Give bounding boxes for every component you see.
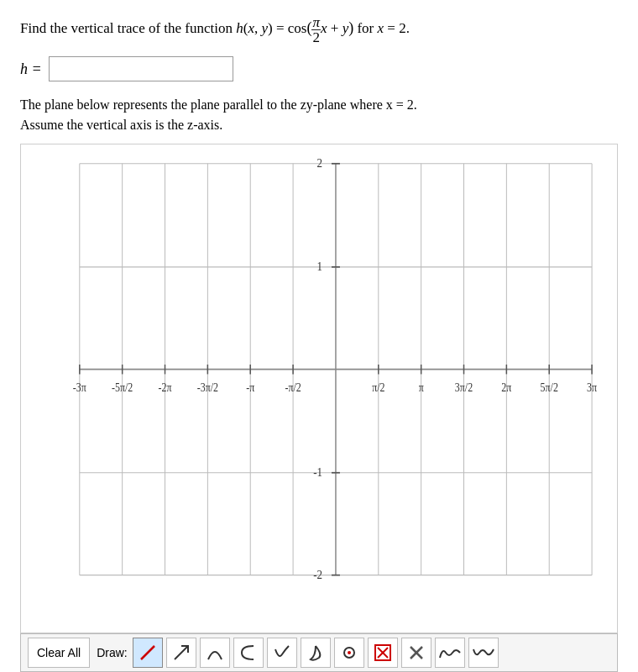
graph-area[interactable]: 2 1 -1 -2 -3π -5π/2 -2 bbox=[20, 144, 618, 633]
svg-text:-π: -π bbox=[246, 381, 254, 394]
svg-text:-π/2: -π/2 bbox=[285, 381, 301, 394]
tool-draw-x[interactable] bbox=[401, 638, 431, 668]
svg-text:-2π: -2π bbox=[159, 381, 172, 394]
svg-point-54 bbox=[348, 651, 351, 654]
toolbar: Clear All Draw: bbox=[20, 633, 618, 672]
function-name: h bbox=[236, 20, 243, 36]
svg-text:5π/2: 5π/2 bbox=[541, 381, 558, 394]
svg-text:2: 2 bbox=[317, 157, 323, 171]
svg-text:-5π/2: -5π/2 bbox=[112, 381, 133, 394]
svg-text:2π: 2π bbox=[501, 381, 511, 394]
problem-statement: Find the vertical trace of the function … bbox=[20, 15, 618, 45]
answer-row: h = bbox=[20, 56, 618, 81]
svg-text:-3π/2: -3π/2 bbox=[197, 381, 218, 394]
answer-input[interactable] bbox=[49, 56, 233, 81]
svg-line-51 bbox=[141, 646, 154, 659]
svg-text:1: 1 bbox=[317, 260, 323, 274]
svg-rect-0 bbox=[21, 144, 617, 633]
tool-draw-arrow[interactable] bbox=[166, 638, 196, 668]
draw-label: Draw: bbox=[97, 646, 128, 659]
answer-label: h = bbox=[20, 60, 42, 78]
svg-text:-2: -2 bbox=[313, 568, 322, 581]
tool-draw-c-curve[interactable] bbox=[233, 638, 264, 668]
clear-all-button[interactable]: Clear All bbox=[28, 638, 90, 668]
svg-text:π/2: π/2 bbox=[372, 381, 384, 394]
tool-draw-check[interactable] bbox=[267, 638, 297, 668]
graph-svg: 2 1 -1 -2 -3π -5π/2 -2 bbox=[21, 144, 617, 633]
svg-text:-3π: -3π bbox=[73, 381, 86, 394]
tool-draw-circle[interactable] bbox=[334, 638, 364, 668]
tool-draw-slash[interactable] bbox=[133, 638, 163, 668]
tool-draw-arch[interactable] bbox=[200, 638, 230, 668]
description-text: The plane below represents the plane par… bbox=[20, 95, 618, 135]
tool-draw-wave-m[interactable] bbox=[435, 638, 465, 668]
svg-text:π: π bbox=[419, 381, 425, 394]
tool-draw-wave-w[interactable] bbox=[468, 638, 499, 668]
page: Find the vertical trace of the function … bbox=[0, 0, 638, 672]
svg-line-52 bbox=[175, 646, 188, 659]
tool-draw-swoop[interactable] bbox=[301, 638, 331, 668]
svg-text:3π/2: 3π/2 bbox=[455, 381, 473, 394]
svg-text:3π: 3π bbox=[587, 381, 597, 394]
tool-draw-x-box[interactable] bbox=[368, 638, 398, 668]
svg-text:-1: -1 bbox=[313, 466, 322, 480]
